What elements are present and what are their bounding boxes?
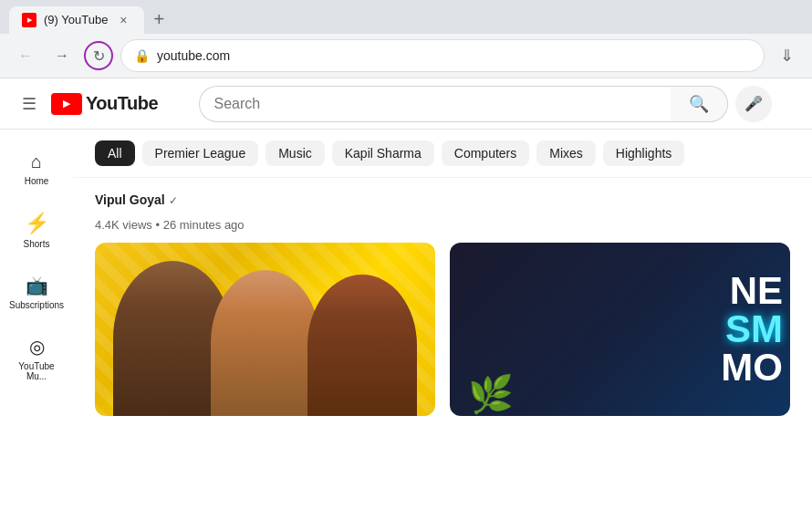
browser-chrome: (9) YouTube × + ← → ↻ 🔒 youtube.com ⇓ (0, 0, 812, 78)
filter-chip-premier-league[interactable]: Premier League (142, 140, 259, 166)
youtube-logo[interactable]: YouTube (51, 93, 158, 115)
video-grid: NE SM MO 🌿 (95, 243, 790, 416)
sidebar-item-youtube-music[interactable]: ◎ YouTube Mu... (4, 325, 69, 392)
plant-decoration: 🌿 (468, 373, 514, 416)
home-icon: ⌂ (31, 151, 42, 172)
time-ago: 26 minutes ago (163, 218, 245, 232)
tab-close-button[interactable]: × (115, 12, 131, 28)
neon-text: NE SM MO (721, 272, 783, 387)
tab-favicon (22, 13, 36, 27)
tab-bar: (9) YouTube × + (0, 0, 812, 34)
reload-button[interactable]: ↻ (84, 41, 113, 70)
search-button[interactable]: 🔍 (671, 86, 728, 122)
face-center (211, 270, 320, 416)
back-button[interactable]: ← (11, 41, 40, 70)
view-count: 4.4K views (95, 218, 152, 232)
yt-container: ⌂ Home ⚡ Shorts 📺 Subscriptions ◎ YouTub… (0, 130, 812, 509)
search-input[interactable] (199, 86, 671, 122)
menu-icon[interactable]: ☰ (15, 87, 44, 121)
mic-button[interactable]: 🎤 (735, 86, 772, 122)
subscriptions-icon: 📺 (26, 275, 48, 296)
sidebar-item-subscriptions[interactable]: 📺 Subscriptions (4, 264, 69, 321)
content-area: Vipul Goyal ✓ 4.4K views • 26 minutes ag… (73, 178, 812, 431)
download-button[interactable]: ⇓ (772, 41, 801, 70)
verified-badge: ✓ (169, 194, 178, 207)
notification-count: (9) (44, 13, 58, 26)
neon-line-2: SM (721, 310, 783, 348)
neon-line-1: NE (721, 272, 783, 310)
shorts-icon: ⚡ (25, 212, 49, 235)
filter-chip-mixes[interactable]: Mixes (536, 140, 596, 166)
address-bar[interactable]: 🔒 youtube.com (120, 39, 765, 72)
sidebar-shorts-label: Shorts (24, 239, 50, 249)
filter-chip-highlights[interactable]: Highlights (603, 140, 684, 166)
channel-info: Vipul Goyal ✓ (95, 192, 790, 207)
filter-chip-music[interactable]: Music (265, 140, 325, 166)
face-right (307, 275, 417, 416)
tab-title: (9) YouTube (44, 13, 108, 26)
nav-bar: ← → ↻ 🔒 youtube.com ⇓ (0, 34, 812, 78)
address-text: youtube.com (157, 48, 751, 63)
neon-line-3: MO (721, 348, 783, 387)
logo-area: ☰ YouTube (15, 87, 158, 121)
sidebar-item-home[interactable]: ⌂ Home (4, 140, 69, 197)
filter-chip-computers[interactable]: Computers (442, 140, 529, 166)
sidebar-item-shorts[interactable]: ⚡ Shorts (4, 201, 69, 260)
search-icon: 🔍 (689, 94, 709, 114)
mic-icon: 🎤 (744, 95, 763, 112)
meta-separator: • (156, 218, 161, 232)
main-content: All Premier League Music Kapil Sharma Co… (73, 130, 812, 509)
sidebar-music-label: YouTube Mu... (18, 361, 55, 381)
youtube-logo-icon (51, 93, 82, 115)
youtube-logo-text: YouTube (86, 93, 158, 114)
filter-bar: All Premier League Music Kapil Sharma Co… (73, 130, 812, 178)
video-thumbnail-1[interactable] (95, 243, 435, 416)
tab-title-text: YouTube (61, 13, 108, 26)
forward-button[interactable]: → (47, 41, 77, 70)
search-area: 🔍 🎤 (172, 86, 797, 122)
new-tab-button[interactable]: + (146, 5, 172, 34)
filter-chip-all[interactable]: All (95, 140, 135, 166)
youtube-header: ☰ YouTube 🔍 🎤 (0, 78, 812, 130)
sidebar: ⌂ Home ⚡ Shorts 📺 Subscriptions ◎ YouTub… (0, 130, 73, 509)
video-meta: 4.4K views • 26 minutes ago (95, 218, 790, 232)
lock-icon: 🔒 (134, 48, 150, 63)
sidebar-home-label: Home (25, 176, 49, 186)
sidebar-subscriptions-label: Subscriptions (9, 300, 64, 310)
filter-chip-kapil-sharma[interactable]: Kapil Sharma (332, 140, 434, 166)
video-thumbnail-2[interactable]: NE SM MO 🌿 (450, 243, 790, 416)
youtube-music-icon: ◎ (29, 336, 45, 358)
channel-name: Vipul Goyal (95, 192, 165, 207)
search-box: 🔍 (199, 86, 728, 122)
active-tab[interactable]: (9) YouTube × (9, 6, 144, 34)
